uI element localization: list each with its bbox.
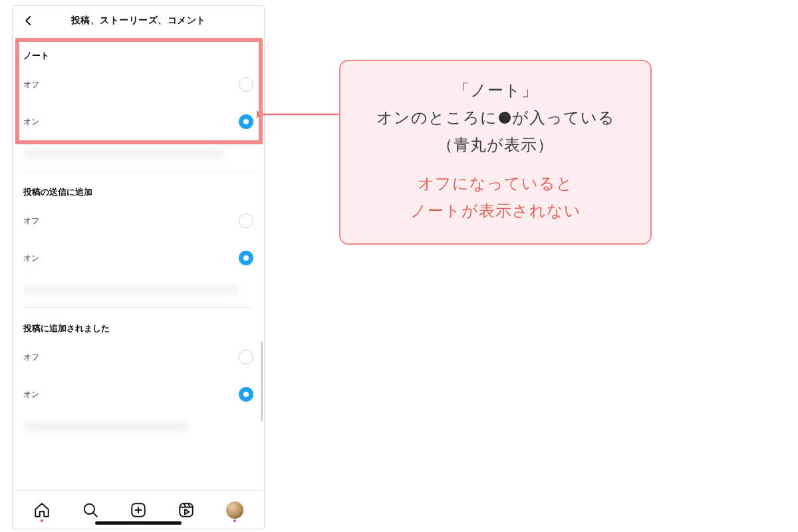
svg-point-10 [499,112,511,124]
blurred-helper-text [23,140,253,167]
radio-unchecked-icon [239,350,253,364]
nav-home[interactable] [29,497,55,523]
nav-reels[interactable] [173,497,200,523]
section-add-to-send: 投稿の送信に追加 オフ オン [13,172,264,308]
svg-line-1 [93,513,96,516]
section-title: 投稿の送信に追加 [23,172,253,202]
annotation-arrow-icon [257,101,343,128]
avatar [226,501,243,519]
blurred-helper-text [23,413,253,440]
radio-unchecked-icon [239,77,253,92]
annotation-text: オンのところに [376,109,497,126]
notification-dot-icon [41,519,43,522]
option-on[interactable]: オン [23,239,253,277]
blurred-helper-text [23,277,253,303]
home-icon [33,501,51,519]
notification-dot-icon [233,519,236,522]
section-title: ノート [23,35,253,66]
option-label: オフ [23,352,39,363]
scrollbar-indicator [261,341,263,421]
annotation-line-3: （青丸が表示） [358,132,633,159]
annotation-line-2: オンのところにが入っている [358,104,633,132]
search-icon [82,501,99,519]
chevron-left-icon [23,15,35,27]
nav-create[interactable] [125,497,152,523]
page-title: 投稿、ストーリーズ、コメント [71,15,206,27]
annotation-callout: 「ノート」 オンのところにが入っている （青丸が表示） オフになっていると ノー… [339,60,652,245]
radio-checked-icon [239,114,253,129]
nav-search[interactable] [77,497,104,523]
section-added-to-post: 投稿に追加されました オフ オン [13,308,264,440]
annotation-text: が入っている [512,109,615,126]
option-label: オン [23,253,39,264]
section-title: 投稿に追加されました [23,308,253,338]
annotation-line-1: 「ノート」 [358,77,633,104]
radio-unchecked-icon [239,213,253,228]
filled-circle-icon [497,106,512,121]
annotation-warn-2: ノートが表示されない [358,198,633,225]
settings-content: ノート オフ オン 投稿の送信に追加 オフ オン [13,35,264,490]
radio-checked-icon [239,387,253,402]
option-off[interactable]: オフ [23,338,253,376]
annotation-warn-1: オフになっていると [358,170,633,198]
option-label: オン [23,389,39,400]
option-on[interactable]: オン [23,376,253,413]
option-label: オフ [23,79,39,90]
option-off[interactable]: オフ [23,66,253,103]
nav-profile[interactable] [221,497,248,523]
reels-icon [178,501,195,519]
option-on[interactable]: オン [23,103,253,140]
option-off[interactable]: オフ [23,202,253,239]
option-label: オン [23,116,39,128]
radio-checked-icon [239,251,253,265]
app-header: 投稿、ストーリーズ、コメント [13,6,264,35]
phone-frame: 投稿、ストーリーズ、コメント ノート オフ オン 投稿の送信に追加 オフ [12,5,265,529]
create-icon [130,501,147,519]
back-button[interactable] [19,11,38,30]
section-notes: ノート オフ オン [13,35,264,172]
home-indicator [95,521,182,525]
option-label: オフ [23,215,39,227]
